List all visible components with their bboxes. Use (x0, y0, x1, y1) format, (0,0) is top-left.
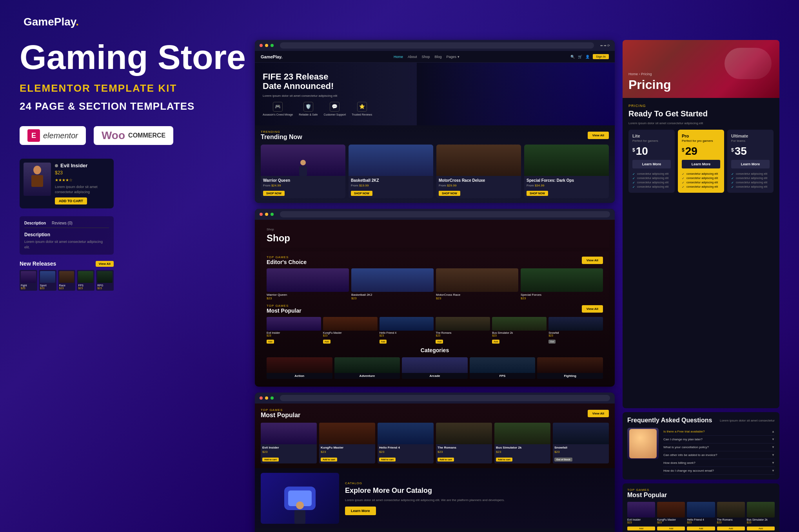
game-title: Basketball 2KZ (351, 178, 431, 183)
add-to-cart-button[interactable]: Add (717, 527, 745, 530)
shop-popular-game: Evil Insider $23 Add (267, 317, 321, 344)
add-to-cart-button[interactable]: Add to cart (321, 458, 337, 461)
game-thumbnail (267, 317, 321, 331)
browser-maximize[interactable] (271, 213, 274, 216)
browser-minimize[interactable] (265, 213, 268, 216)
faq-chevron-icon: ▼ (772, 469, 775, 472)
faq-chevron-icon: ▼ (772, 453, 775, 457)
add-to-cart-button[interactable]: Add (687, 527, 715, 530)
category-fighting[interactable]: Fighting (537, 357, 603, 379)
popular-right-label: TOP GAMES (627, 488, 775, 492)
add-to-cart-button[interactable]: Add (747, 527, 775, 530)
learn-more-lite-button[interactable]: Learn More (632, 160, 671, 168)
faq-item-email[interactable]: How do I change my account email? ▼ (663, 467, 775, 475)
add-to-cart-button[interactable]: Add to cart (379, 458, 396, 461)
browser-close[interactable] (260, 396, 263, 400)
faq-item-invoice[interactable]: Can other info be added to an invoice? ▼ (663, 451, 775, 459)
add-to-cart-mini[interactable]: Add (436, 340, 443, 344)
browser-url[interactable] (280, 42, 594, 49)
browser-close[interactable] (260, 44, 263, 47)
ec-game: Basketball 2K2 $23 (351, 268, 434, 300)
shop-now-button[interactable]: Shop Now (351, 191, 372, 196)
nav-link-pages[interactable]: Pages ▾ (447, 55, 459, 59)
add-to-cart-button[interactable]: Add to cart (438, 458, 454, 461)
add-to-cart-mini[interactable]: Add (380, 340, 387, 344)
popular-games-grid: Evil Insider $23 Add to cart KungFu Mast… (261, 423, 609, 463)
popular-card-title: Hello Friend 4 (379, 446, 432, 449)
pricing-header-image: Home › Pricing Pricing (623, 40, 779, 98)
add-to-cart-mini[interactable]: Add (492, 340, 499, 344)
add-to-cart-button[interactable]: Add to cart (496, 458, 512, 461)
release-img (40, 271, 55, 283)
browser-minimize[interactable] (265, 44, 268, 47)
popular-right-header: TOP GAMES Most Popular (627, 488, 775, 499)
game-price: From $24.99 (263, 184, 343, 187)
faq-question: Can other info be added to an invoice? (663, 453, 717, 457)
sign-in-button[interactable]: Sign In (593, 54, 609, 59)
category-action[interactable]: Action (267, 357, 332, 379)
desc-tabs: Description Reviews (0) (24, 221, 109, 228)
new-releases-view-all[interactable]: View All (96, 261, 114, 267)
game-price: $23 (747, 521, 775, 524)
feature-item: consectetur adipiscing elit (682, 180, 720, 185)
description-section: Description Reviews (0) Description Lore… (20, 216, 114, 255)
subtitle-white: 24 Page & Section Templates (20, 100, 247, 112)
game-thumbnail (687, 502, 715, 518)
nav-link-shop[interactable]: Shop (422, 55, 430, 59)
trending-view-all-button[interactable]: View All (588, 132, 609, 139)
game-card-motocross: MotorCross Race Deluxe From $29.99 Shop … (436, 145, 521, 198)
ec-game-price: $23 (521, 297, 603, 300)
nav-link-home[interactable]: Home (394, 55, 403, 59)
faq-item-billing[interactable]: How does billing work? ▼ (663, 459, 775, 467)
learn-more-ultimate-button[interactable]: Learn More (731, 160, 770, 168)
learn-more-button[interactable]: Learn More (345, 507, 376, 515)
faq-chevron-icon: ▼ (772, 461, 775, 465)
browser-maximize[interactable] (271, 44, 274, 47)
browser-url[interactable] (280, 395, 610, 401)
trending-section: TRENDING Trending Now View All (255, 125, 615, 203)
browser-minimize[interactable] (265, 396, 268, 400)
desc-tab-description[interactable]: Description (24, 221, 46, 225)
popular-card-info: Snowfall $23 Out of Stock (553, 444, 609, 463)
add-to-cart-mini[interactable]: Add (267, 340, 274, 344)
add-to-cart-button[interactable]: Add (627, 527, 655, 530)
desc-content: Lorem ipsum dolor sit amet consectetur a… (24, 239, 109, 250)
search-icon[interactable]: 🔍 (570, 55, 575, 59)
plan-name-ultimate: Ultimate (731, 134, 770, 138)
browser-url[interactable] (280, 211, 610, 217)
trending-header: TRENDING Trending Now View All (261, 130, 609, 141)
feature-item: consectetur adipiscing elit (632, 172, 671, 176)
release-item: Sport $23 (39, 270, 56, 291)
ec-view-all[interactable]: View All (582, 257, 603, 264)
browser-close[interactable] (260, 213, 263, 216)
shop-now-button[interactable]: Shop Now (439, 191, 460, 196)
browser-maximize[interactable] (271, 396, 274, 400)
game-image-warrior (261, 145, 345, 176)
add-to-cart-button[interactable]: Add to cart (262, 458, 279, 461)
faq-item-plan[interactable]: Can I change my plan later? ▼ (663, 436, 775, 443)
add-to-cart-button[interactable]: Add (657, 527, 685, 530)
category-adventure[interactable]: Adventure (334, 357, 400, 379)
add-to-cart-button[interactable]: Add to cart (55, 197, 87, 204)
popular-view-all-button[interactable]: View All (588, 410, 609, 417)
faq-item-trial[interactable]: Is there a Free trial available? ▲ (663, 428, 775, 436)
shop-popular-view-all[interactable]: View All (582, 305, 603, 313)
popular-card-title: The Romans (438, 446, 490, 449)
user-icon[interactable]: 👤 (585, 55, 590, 59)
shop-now-button[interactable]: Shop Now (527, 191, 548, 196)
ec-game-title: Warrior Queen (267, 293, 349, 297)
learn-more-pro-button[interactable]: Learn More (682, 160, 720, 168)
nav-link-blog[interactable]: Blog (435, 55, 442, 59)
nav-link-about[interactable]: About (408, 55, 417, 59)
desc-tab-reviews[interactable]: Reviews (0) (52, 221, 73, 225)
product-stars: ★★★★☆ (55, 178, 110, 182)
category-arcade[interactable]: Arcade (402, 357, 468, 379)
price-currency-lite: $ (632, 147, 635, 153)
add-to-cart-mini[interactable]: Add (323, 340, 330, 344)
price-value-lite: 10 (636, 146, 648, 157)
game-card-info: MotorCross Race Deluxe From $29.99 Shop … (436, 176, 521, 198)
category-fps[interactable]: FPS (470, 357, 536, 379)
faq-item-cancellation[interactable]: What is your cancellation policy? ▼ (663, 443, 775, 451)
cart-icon[interactable]: 🛒 (578, 55, 582, 59)
shop-now-button[interactable]: Shop Now (263, 191, 285, 196)
